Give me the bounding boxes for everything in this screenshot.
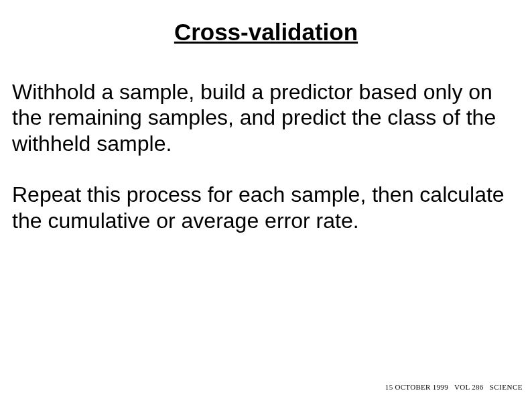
slide: Cross-validation Withhold a sample, buil…	[0, 0, 532, 399]
citation-volume: VOL 286	[454, 383, 484, 391]
citation-footer: 15 OCTOBER 1999 VOL 286 SCIENCE	[385, 383, 523, 391]
body-paragraph: Repeat this process for each sample, the…	[12, 182, 520, 233]
citation-brand: SCIENCE	[490, 383, 523, 391]
slide-title: Cross-validation	[0, 19, 532, 46]
slide-body: Withhold a sample, build a predictor bas…	[12, 79, 520, 259]
body-paragraph: Withhold a sample, build a predictor bas…	[12, 79, 520, 156]
citation-date: 15 OCTOBER 1999	[385, 383, 448, 391]
